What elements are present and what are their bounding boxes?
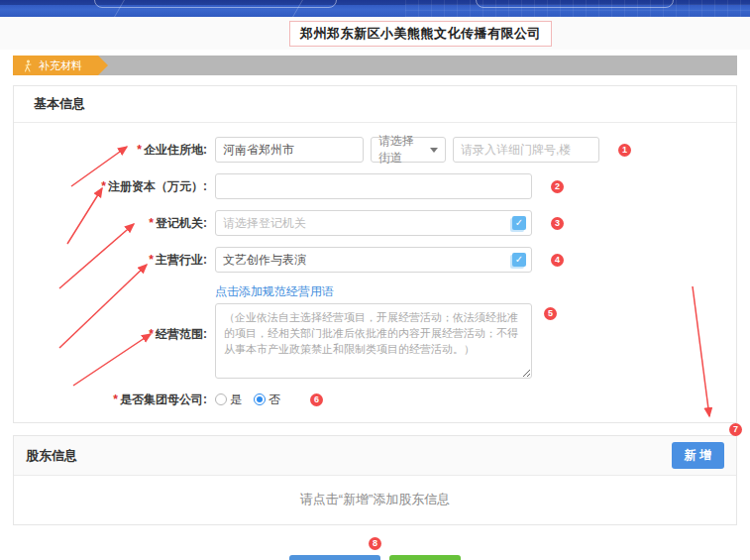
required-mark: * bbox=[149, 253, 154, 267]
radio-yes-label: 是 bbox=[230, 391, 242, 408]
radio-no[interactable]: 否 bbox=[254, 391, 280, 408]
submit-button[interactable]: 完成并提交 bbox=[289, 555, 380, 560]
industry-label: *主营行业: bbox=[14, 247, 207, 273]
field-row-address: *企业住所地: 请选择街道 1 bbox=[14, 137, 736, 163]
required-mark: * bbox=[149, 327, 154, 341]
walker-icon bbox=[23, 59, 33, 72]
address-detail-input[interactable] bbox=[453, 137, 599, 163]
authority-label: *登记机关: bbox=[14, 210, 207, 236]
annotation-badge-1: 1 bbox=[618, 144, 631, 157]
banner-decor-pill bbox=[476, 0, 674, 8]
capital-input[interactable] bbox=[215, 173, 532, 199]
field-row-capital: *注册资本（万元）: 2 bbox=[14, 173, 736, 199]
caret-down-icon bbox=[430, 148, 438, 153]
authority-input[interactable] bbox=[215, 210, 532, 236]
add-shareholder-button[interactable]: 新 增 bbox=[672, 442, 724, 469]
annotation-badge-7: 7 bbox=[729, 423, 742, 436]
required-mark: * bbox=[113, 392, 118, 406]
banner-decor-pill bbox=[94, 0, 337, 8]
annotation-badge-2: 2 bbox=[551, 180, 564, 193]
top-banner bbox=[0, 0, 750, 17]
field-row-authority: *登记机关: ✓ 3 bbox=[14, 210, 736, 236]
checkbox-picker-icon[interactable]: ✓ bbox=[512, 216, 526, 230]
address-city-input[interactable] bbox=[215, 137, 364, 163]
required-mark: * bbox=[137, 143, 142, 157]
capital-label: *注册资本（万元）: bbox=[14, 173, 207, 199]
radio-yes-circle-icon bbox=[215, 393, 227, 405]
street-select[interactable]: 请选择街道 bbox=[371, 137, 446, 163]
company-name: 郑州郑东新区小美熊熊文化传播有限公司 bbox=[289, 21, 552, 47]
shareholder-title: 股东信息 bbox=[26, 447, 77, 465]
breadcrumb: 补充材料 bbox=[13, 56, 737, 75]
breadcrumb-label: 补充材料 bbox=[39, 58, 82, 73]
annotation-badge-5: 5 bbox=[544, 307, 557, 320]
shareholder-card-wrap: 7 股东信息 新 增 请点击“新增”添加股东信息 bbox=[0, 435, 750, 525]
add-standard-terms-link[interactable]: 点击添加规范经营用语 bbox=[215, 283, 532, 299]
shareholder-card: 股东信息 新 增 请点击“新增”添加股东信息 bbox=[13, 435, 737, 525]
field-row-group-parent: *是否集团母公司: 是 否 6 bbox=[14, 391, 736, 408]
group-parent-label: *是否集团母公司: bbox=[14, 391, 207, 408]
required-mark: * bbox=[101, 179, 106, 193]
page: 郑州郑东新区小美熊熊文化传播有限公司 补充材料 基本信息 *企业住所地: bbox=[0, 0, 750, 560]
radio-no-circle-icon bbox=[254, 393, 266, 405]
scope-label: *经营范围: bbox=[14, 321, 207, 347]
annotation-badge-8: 8 bbox=[369, 537, 381, 550]
annotation-badge-6: 6 bbox=[310, 393, 323, 406]
shareholder-empty-hint: 请点击“新增”添加股东信息 bbox=[14, 476, 736, 524]
scope-textarea[interactable] bbox=[215, 303, 532, 379]
basic-info-title: 基本信息 bbox=[14, 86, 736, 123]
radio-no-label: 否 bbox=[268, 391, 280, 408]
annotation-badge-3: 3 bbox=[551, 217, 564, 230]
field-row-scope: *经营范围: 点击添加规范经营用语 5 bbox=[14, 283, 736, 379]
title-strip: 郑州郑东新区小美熊熊文化传播有限公司 bbox=[0, 17, 750, 50]
street-select-value: 请选择街道 bbox=[378, 133, 424, 167]
required-mark: * bbox=[149, 216, 154, 230]
footer: 8 完成并提交 返 回 bbox=[0, 535, 750, 560]
checkbox-picker-icon[interactable]: ✓ bbox=[512, 253, 526, 267]
address-label: *企业住所地: bbox=[14, 137, 207, 163]
basic-info-card: 基本信息 *企业住所地: 请选择街道 1 *注册资本（万元）: bbox=[13, 85, 737, 423]
industry-input[interactable] bbox=[215, 247, 532, 273]
tab-supplementary-materials[interactable]: 补充材料 bbox=[13, 56, 108, 75]
field-row-industry: *主营行业: ✓ 4 bbox=[14, 247, 736, 273]
shareholder-header: 股东信息 新 增 bbox=[14, 436, 736, 476]
radio-yes[interactable]: 是 bbox=[215, 391, 242, 408]
annotation-badge-4: 4 bbox=[551, 254, 564, 267]
back-button[interactable]: 返 回 bbox=[389, 555, 460, 560]
